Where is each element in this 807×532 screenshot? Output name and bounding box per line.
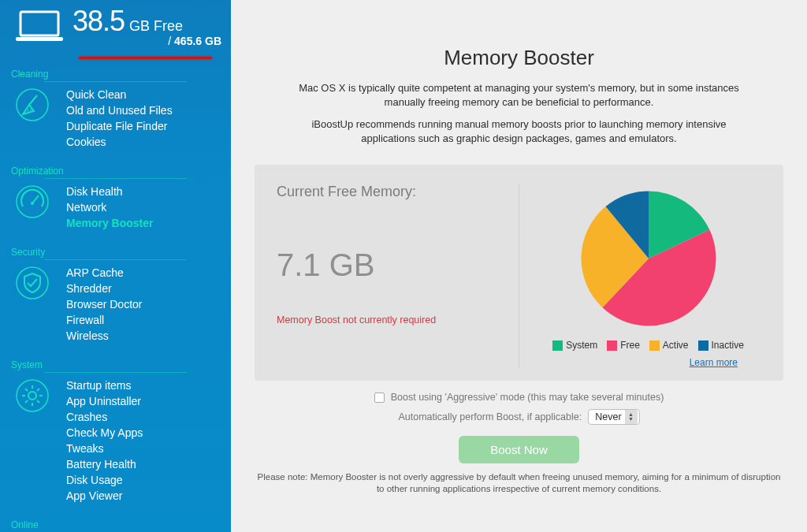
legend-system: System bbox=[552, 340, 597, 351]
svg-point-12 bbox=[28, 392, 36, 400]
chevron-updown-icon: ▲▼ bbox=[625, 410, 638, 424]
sidebar-item-disk-usage[interactable]: Disk Usage bbox=[66, 472, 143, 488]
sidebar-item-arp-cache[interactable]: ARP Cache bbox=[66, 265, 142, 281]
gauge-icon bbox=[14, 184, 50, 220]
disk-summary: 38.5 GB Free / 465.6 GB bbox=[0, 0, 231, 54]
current-free-value: 7.1 GB bbox=[277, 247, 503, 283]
sidebar-item-tweaks[interactable]: Tweaks bbox=[66, 441, 143, 456]
sidebar-item-startup-items[interactable]: Startup items bbox=[66, 378, 143, 393]
legend-free: Free bbox=[607, 340, 640, 351]
sidebar-item-network[interactable]: Network bbox=[66, 199, 153, 215]
svg-point-11 bbox=[17, 380, 48, 411]
svg-line-20 bbox=[25, 400, 28, 403]
memory-panel: Current Free Memory: 7.1 GB Memory Boost… bbox=[255, 165, 783, 381]
section-label-system: System bbox=[0, 355, 231, 370]
cog-icon bbox=[14, 378, 50, 414]
svg-point-2 bbox=[17, 89, 48, 121]
sidebar-item-app-viewer[interactable]: App Viewer bbox=[66, 488, 143, 504]
sidebar-item-browser-doctor[interactable]: Browser Doctor bbox=[66, 296, 142, 312]
auto-boost-label: Automatically perform Boost, if applicab… bbox=[398, 411, 582, 422]
svg-rect-0 bbox=[20, 12, 58, 35]
section-label-security: Security bbox=[0, 242, 231, 258]
sidebar-item-duplicate-file-finder[interactable]: Duplicate File Finder bbox=[66, 118, 173, 134]
aggressive-label: Boost using 'Aggressive' mode (this may … bbox=[391, 392, 664, 403]
svg-point-10 bbox=[17, 267, 48, 299]
legend-active: Active bbox=[649, 340, 689, 351]
sidebar: 38.5 GB Free / 465.6 GB CleaningQuick Cl… bbox=[0, 0, 231, 532]
legend-inactive: Inactive bbox=[698, 340, 744, 351]
sidebar-item-wireless[interactable]: Wireless bbox=[66, 328, 142, 344]
boost-now-button[interactable]: Boost Now bbox=[459, 436, 579, 463]
sidebar-item-firewall[interactable]: Firewall bbox=[66, 312, 142, 328]
status-text: Memory Boost not currently required bbox=[277, 314, 503, 326]
svg-line-17 bbox=[25, 389, 28, 391]
svg-point-9 bbox=[31, 202, 34, 205]
free-space-unit: GB Free bbox=[129, 18, 183, 35]
sidebar-item-memory-booster[interactable]: Memory Booster bbox=[66, 215, 153, 231]
sidebar-item-disk-health[interactable]: Disk Health bbox=[66, 184, 153, 199]
learn-more-link[interactable]: Learn more bbox=[690, 357, 738, 368]
aggressive-checkbox[interactable] bbox=[374, 392, 385, 403]
svg-line-18 bbox=[37, 400, 39, 403]
section-label-online: Online bbox=[0, 515, 231, 530]
description-1: Mac OS X is typically quite competent at… bbox=[299, 81, 740, 110]
svg-rect-1 bbox=[16, 37, 63, 41]
sidebar-item-quick-clean[interactable]: Quick Clean bbox=[66, 87, 173, 102]
description-2: iBoostUp recommends running manual memor… bbox=[299, 117, 740, 146]
sidebar-item-old-and-unused-files[interactable]: Old and Unused Files bbox=[66, 102, 173, 118]
laptop-icon bbox=[14, 9, 65, 43]
sidebar-item-cookies[interactable]: Cookies bbox=[66, 134, 173, 150]
sidebar-item-app-uninstaller[interactable]: App Uninstaller bbox=[66, 393, 143, 409]
footer-note: Please note: Memory Booster is not overl… bbox=[255, 471, 783, 495]
current-free-label: Current Free Memory: bbox=[277, 184, 503, 200]
page-title: Memory Booster bbox=[255, 46, 783, 70]
sidebar-item-check-my-apps[interactable]: Check My Apps bbox=[66, 425, 143, 441]
shield-icon bbox=[14, 265, 50, 301]
free-space-value: 38.5 bbox=[73, 5, 125, 38]
main-content: Memory Booster Mac OS X is typically qui… bbox=[231, 0, 807, 532]
auto-boost-select[interactable]: Never ▲▼ bbox=[588, 409, 639, 425]
sidebar-item-shredder[interactable]: Shredder bbox=[66, 281, 142, 296]
svg-line-3 bbox=[29, 95, 37, 105]
boost-options: Boost using 'Aggressive' mode (this may … bbox=[255, 392, 783, 425]
section-label-optimization: Optimization bbox=[0, 161, 231, 177]
chart-legend: System Free Active Inactive bbox=[552, 340, 744, 351]
svg-line-19 bbox=[37, 389, 39, 391]
broom-icon bbox=[14, 87, 50, 123]
memory-pie-chart bbox=[574, 184, 723, 333]
sidebar-item-crashes[interactable]: Crashes bbox=[66, 409, 143, 425]
section-label-cleaning: Cleaning bbox=[0, 64, 231, 80]
sidebar-item-battery-health[interactable]: Battery Health bbox=[66, 456, 143, 472]
